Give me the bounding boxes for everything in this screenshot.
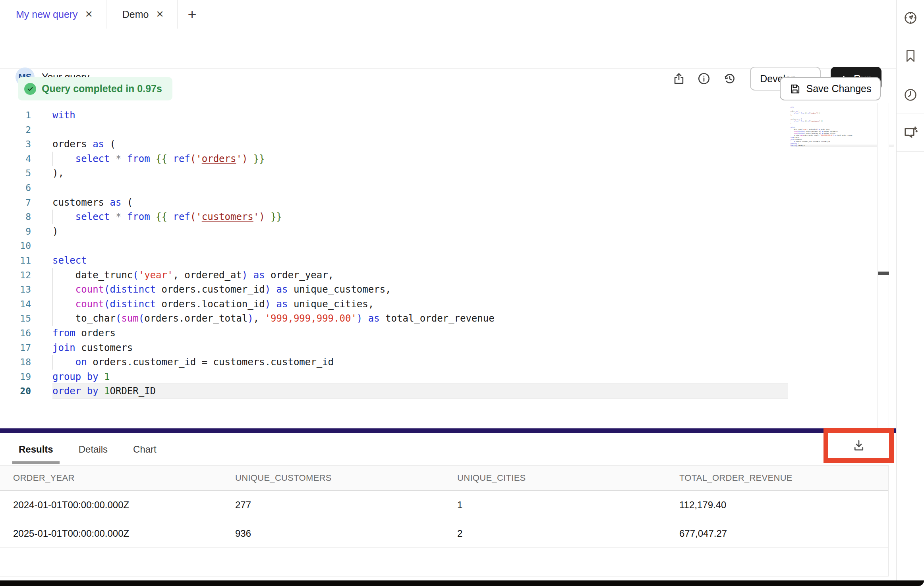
results-tab-results[interactable]: Results [15,441,56,457]
code-line: 20order by 1ORDER_ID [0,384,877,399]
column-header: TOTAL_ORDER_REVENUE [666,473,888,483]
panel-resizer[interactable] [0,428,896,433]
indent-guide [52,282,53,297]
line-number: 4 [0,152,35,166]
code-line: 12 date_trunc('year', ordered_at) as ord… [0,268,877,283]
line-number: 14 [0,297,35,312]
code-line: 18 on orders.customer_id = customers.cus… [0,355,877,370]
table-cell: 112,179.40 [666,499,888,511]
results-table: ORDER_YEARUNIQUE_CUSTOMERSUNIQUE_CITIEST… [0,465,889,576]
right-sidebar [896,0,924,580]
code-line: order by 1ORDER_ID [791,145,800,146]
minimap-content: with orders as ( select * from {{ ref('o… [791,106,800,146]
indent-guide [52,268,53,283]
line-number: 7 [0,195,35,210]
close-icon[interactable]: ✕ [85,10,93,19]
code-line: 5), [0,166,877,181]
indent-guide [52,210,53,224]
indent-guide [52,355,53,370]
annotation-highlight-box [823,428,894,463]
table-cell: 936 [222,528,444,539]
code-line: 7customers as ( [0,195,877,210]
table-cell: 2 [444,528,666,539]
line-number: 3 [0,137,35,152]
code-line: 8 select * from {{ ref('customers') }} [0,210,877,224]
results-tab-bar: ResultsDetailsChart [15,441,160,457]
line-number: 12 [0,268,35,283]
code-line: 16from orders [0,326,877,341]
line-number: 5 [0,166,35,181]
code-line: 9) [0,224,877,239]
tab-demo[interactable]: Demo ✕ [106,0,178,29]
line-number: 2 [0,123,35,137]
clock-icon[interactable] [897,76,924,114]
app-window: My new query ✕ Demo ✕ + MS Your query [0,0,924,586]
tab-label: My new query [16,9,78,20]
download-icon [852,438,866,453]
results-header-row: ORDER_YEARUNIQUE_CUSTOMERSUNIQUE_CITIEST… [0,465,888,491]
table-cell: 2025-01-01T00:00:00.000Z [0,528,222,539]
history-icon[interactable] [722,71,738,87]
results-tab-chart[interactable]: Chart [130,441,160,457]
window-bottom-edge [0,580,924,586]
line-number: 17 [0,341,35,355]
code-line: 14 count(distinct orders.location_id) as… [0,297,877,312]
status-message: Query completed in 0.97s [42,83,162,94]
code-line: 10 [0,239,877,253]
line-number: 16 [0,326,35,341]
line-number: 6 [0,181,35,195]
table-cell: 1 [444,499,666,511]
bookmark-icon[interactable] [897,36,924,76]
save-label: Save Changes [806,83,871,94]
scrollbar-handle[interactable] [878,272,889,275]
tab-my-new-query[interactable]: My new query ✕ [0,0,106,29]
download-button[interactable] [852,438,866,453]
code-line: 2 [0,123,877,137]
code-line: 13 count(distinct orders.customer_id) as… [0,282,877,297]
editor-scrollbar[interactable] [877,103,889,428]
info-icon[interactable] [696,71,712,87]
line-number: 8 [0,210,35,224]
status-banner: Query completed in 0.97s [18,77,172,100]
line-number: 10 [0,239,35,253]
results-tab-details[interactable]: Details [75,441,111,457]
line-number: 1 [0,108,35,123]
column-header: UNIQUE_CUSTOMERS [222,473,444,483]
indent-guide [52,311,53,326]
indent-guide [52,297,53,312]
save-changes-button[interactable]: Save Changes [780,77,881,100]
line-number: 19 [0,370,35,384]
table-cell: 277 [222,499,444,511]
new-tab-button[interactable]: + [188,0,197,29]
line-number: 9 [0,224,35,239]
code-editor[interactable]: 1with2 3orders as (4 select * from {{ re… [0,108,877,399]
table-row: 2025-01-01T00:00:00.000Z9362677,047.27 [0,519,888,548]
share-icon[interactable] [671,71,687,87]
tab-label: Demo [122,9,149,20]
code-line: 3orders as ( [0,137,877,152]
table-cell: 677,047.27 [666,528,888,539]
compass-icon[interactable] [897,0,924,36]
column-header: UNIQUE_CITIES [444,473,666,483]
code-line: 17join customers [0,341,877,355]
results-body: 2024-01-01T00:00:00.000Z2771112,179.4020… [0,491,888,548]
line-number: 18 [0,355,35,370]
check-icon [24,83,36,95]
line-number: 20 [0,384,35,399]
table-row: 2024-01-01T00:00:00.000Z2771112,179.40 [0,491,888,519]
query-header: MS Your query Develop Run [0,29,896,69]
empty-row [0,548,888,576]
indent-guide [52,152,53,166]
close-icon[interactable]: ✕ [156,10,164,19]
code-line: 1with [0,108,877,123]
save-icon [789,83,801,95]
line-number: 11 [0,253,35,268]
tab-bar: My new query ✕ Demo ✕ + [0,0,896,29]
code-line: 6 [0,181,877,195]
line-number: 13 [0,282,35,297]
code-line: select * from {{ ref('customers') }} [791,120,800,122]
chat-sparkles-icon[interactable] [897,114,924,152]
table-cell: 2024-01-01T00:00:00.000Z [0,499,222,511]
minimap[interactable]: with orders as ( select * from {{ ref('o… [791,106,858,154]
code-line: 11select [0,253,877,268]
